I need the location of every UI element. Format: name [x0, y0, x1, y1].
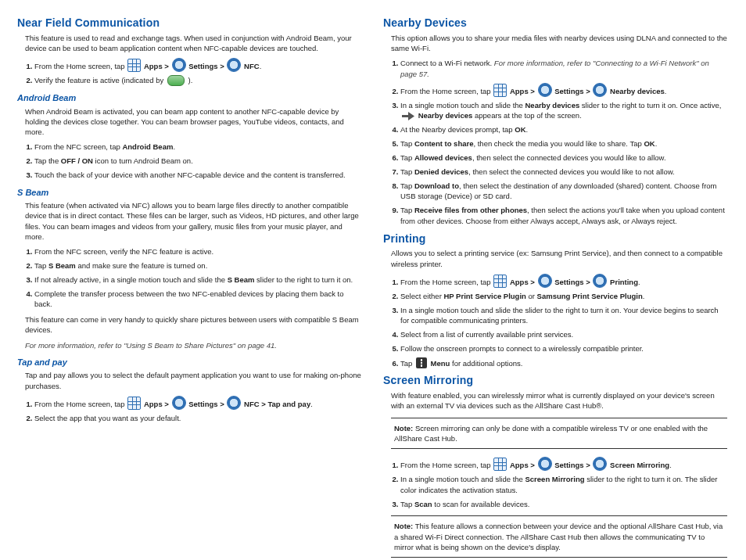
text: Tap [400, 167, 414, 176]
apps-label: Apps > [144, 62, 171, 70]
nfc-intro: This feature is used to read and exchang… [25, 33, 361, 54]
bold: OFF / ON [61, 156, 93, 165]
sbeam-tail: This feature can come in very handy to q… [25, 314, 361, 336]
bold: OK [515, 125, 525, 134]
mirror-intro: With feature enabled, you can wirelessly… [391, 390, 727, 411]
text: Tap the [34, 156, 61, 165]
text: slider to the right to turn it on. Once … [579, 101, 721, 109]
text: , then check the media you would like to… [473, 139, 644, 148]
bold: Samsung Print Service Plugin [537, 292, 643, 300]
list-item: At the Nearby devices prompt, tap OK. [400, 124, 727, 135]
apps-label: Apps > [510, 278, 537, 286]
page-body: Near Field Communication This feature is… [0, 0, 746, 560]
settings-icon [172, 396, 186, 410]
text: , then select the connected devices you … [472, 153, 666, 162]
text: or [526, 292, 537, 300]
text: icon to turn Android Beam on. [93, 156, 193, 165]
text: and make sure the feature is turned on. [76, 261, 207, 270]
settings-label: Settings > [188, 62, 226, 70]
text: In a single motion touch and slide the [400, 475, 525, 483]
text: Tap [400, 500, 414, 508]
nearby-label: Nearby devices [610, 87, 665, 95]
text: Verify the feature is active (indicated … [34, 76, 166, 84]
settings-label: Settings > [554, 461, 592, 469]
text: Tap [400, 181, 414, 190]
heading-android-beam: Android Beam [17, 92, 361, 104]
note-text: This feature allows a connection between… [394, 522, 723, 551]
list-item: From the Home screen, tap Apps > Setting… [400, 457, 727, 471]
text: appears at the top of the screen. [472, 111, 581, 120]
abeam-intro: When Android Beam is activated, you can … [25, 106, 361, 138]
bold: Scan [414, 500, 432, 508]
list-item: Tap Menu for additional options. [400, 357, 727, 369]
settings-icon [172, 58, 186, 72]
text: for additional options. [450, 359, 522, 368]
bold: Download to [414, 181, 459, 190]
note-label: Note: [394, 424, 413, 433]
text: At the Nearby devices prompt, tap [400, 125, 515, 134]
list-item: Tap Content to share, then check the med… [400, 138, 727, 149]
list-item: In a single motion touch and slide the s… [400, 305, 727, 327]
list-item: In a single motion touch and slide the S… [400, 474, 727, 496]
settings-icon [538, 457, 552, 471]
printing-intro: Allows you to select a printing service … [391, 248, 727, 269]
list-item: Touch the back of your device with anoth… [34, 170, 361, 181]
text: Connect to a Wi-Fi network. [400, 59, 494, 67]
heading-sbeam: S Beam [17, 187, 361, 199]
text: Tap [400, 359, 414, 368]
left-column: Near Field Communication This feature is… [17, 11, 361, 560]
text: , then select the connected devices you … [468, 167, 675, 176]
bold: S Beam [48, 261, 76, 270]
menu-icon [416, 357, 427, 368]
text: Tap [400, 153, 414, 162]
note-box-2: Note: This feature allows a connection b… [391, 515, 727, 558]
list-item: Tap Download to, then select the destina… [400, 181, 727, 203]
text: From the Home screen, tap [400, 278, 493, 286]
text: From the Home screen, tap [34, 62, 127, 70]
heading-printing: Printing [383, 232, 727, 247]
list-item: From the Home screen, tap Apps > Setting… [34, 396, 361, 410]
text: to scan for available devices. [432, 500, 530, 508]
note-label: Note: [394, 522, 413, 530]
list-item: If not already active, in a single motio… [34, 275, 361, 285]
list-item: From the NFC screen, tap Android Beam. [34, 142, 361, 153]
sbeam-steps: From the NFC screen, verify the NFC feat… [34, 246, 361, 310]
apps-icon [493, 458, 507, 471]
nfc-icon [227, 58, 241, 72]
text: Tap [400, 139, 414, 148]
bold: Nearby devices [525, 101, 580, 109]
bold: OK [644, 139, 655, 148]
list-item: Select either HP Print Service Plugin or… [400, 291, 727, 302]
bold: Receive files from other phones [414, 206, 527, 214]
list-item: Tap S Beam and make sure the feature is … [34, 260, 361, 271]
text: Tap [34, 261, 48, 270]
list-item: From the Home screen, tap Apps > Setting… [34, 58, 361, 72]
text: Select either [400, 292, 443, 300]
bold: Android Beam [122, 142, 173, 151]
bold: HP Print Service Plugin [443, 292, 525, 300]
nearby-intro: This option allows you to share your med… [391, 33, 727, 54]
printing-label: Printing [610, 278, 638, 286]
text: slider to the right to turn it on. [254, 275, 353, 284]
nfc-label: NFC [244, 62, 260, 70]
list-item: Verify the feature is active (indicated … [34, 75, 361, 86]
tap-intro: Tap and pay allows you to select the def… [25, 370, 361, 391]
heading-nearby: Nearby Devices [383, 16, 727, 31]
nearby-steps: Connect to a Wi-Fi network. For more inf… [400, 58, 727, 226]
apps-label: Apps > [510, 461, 537, 469]
apps-label: Apps > [510, 87, 537, 95]
right-column: Nearby Devices This option allows you to… [383, 11, 727, 560]
note-text: Screen mirroring can only be done with a… [394, 424, 708, 443]
nfc-tap-label: NFC > Tap and pay [244, 400, 310, 408]
settings-label: Settings > [188, 400, 226, 408]
heading-tap-pay: Tap and pay [17, 357, 361, 368]
list-item: Tap Receive files from other phones, the… [400, 205, 727, 227]
text: Tap [400, 206, 414, 214]
bold: Nearby devices [418, 111, 473, 120]
bold: Allowed devices [414, 153, 472, 162]
list-item: Tap Scan to scan for available devices. [400, 499, 727, 510]
nfc-steps: From the Home screen, tap Apps > Setting… [34, 58, 361, 86]
list-item: Complete the transfer process between th… [34, 289, 361, 311]
sbeam-ref: For more information, refer to "Using S … [25, 340, 361, 350]
on-indicator-icon [167, 75, 185, 86]
